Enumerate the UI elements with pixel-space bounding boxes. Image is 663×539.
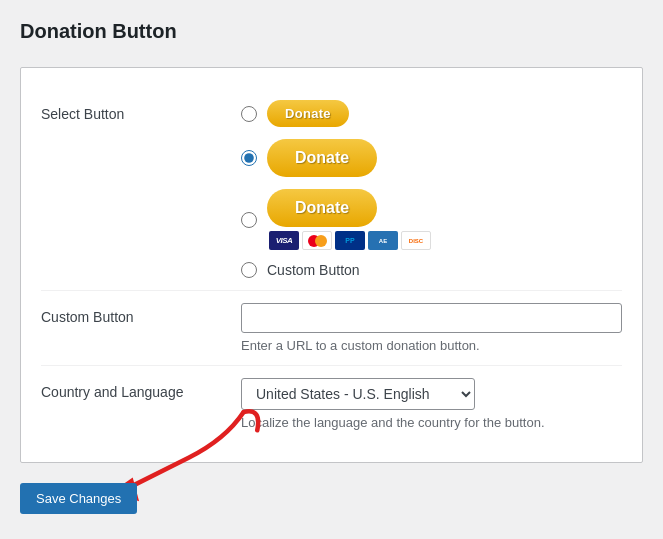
custom-button-input[interactable] — [241, 303, 622, 333]
custom-button-field: Enter a URL to a custom donation button. — [241, 303, 622, 353]
mastercard-icon — [302, 231, 332, 250]
visa-icon: VISA — [269, 231, 299, 250]
radio-1[interactable] — [241, 106, 257, 122]
card-icons: VISA PP AE DISC — [269, 231, 431, 250]
discover-icon: DISC — [401, 231, 431, 250]
country-language-row: Country and Language United States - U.S… — [41, 366, 622, 442]
donate-button-small: Donate — [267, 100, 349, 127]
radio-option-3: Donate VISA PP AE DISC — [241, 189, 622, 250]
radio-option-1: Donate — [241, 100, 622, 127]
donate-button-medium: Donate — [267, 139, 377, 177]
select-button-label: Select Button — [41, 100, 241, 122]
custom-radio-label: Custom Button — [267, 262, 360, 278]
country-language-hint: Localize the language and the country fo… — [241, 415, 622, 430]
amex-icon: AE — [368, 231, 398, 250]
radio-option-2: Donate — [241, 139, 622, 177]
form-container: Select Button Donate Donate Donate — [20, 67, 643, 463]
donate-button-large: Donate — [267, 189, 377, 227]
country-language-label: Country and Language — [41, 378, 241, 400]
save-changes-button[interactable]: Save Changes — [20, 483, 137, 514]
select-button-field: Donate Donate Donate VISA — [241, 100, 622, 278]
custom-button-label: Custom Button — [41, 303, 241, 325]
paypal-icon: PP — [335, 231, 365, 250]
custom-button-row: Custom Button Enter a URL to a custom do… — [41, 291, 622, 366]
radio-custom[interactable] — [241, 262, 257, 278]
radio-option-custom: Custom Button — [241, 262, 622, 278]
country-language-select[interactable]: United States - U.S. EnglishUnited Kingd… — [241, 378, 475, 410]
custom-button-hint: Enter a URL to a custom donation button. — [241, 338, 622, 353]
radio-2[interactable] — [241, 150, 257, 166]
country-language-field: United States - U.S. EnglishUnited Kingd… — [241, 378, 622, 430]
radio-options: Donate Donate Donate VISA — [241, 100, 622, 278]
page-title: Donation Button — [20, 20, 643, 43]
footer-area: Save Changes — [20, 483, 643, 514]
select-button-row: Select Button Donate Donate Donate — [41, 88, 622, 291]
radio-3[interactable] — [241, 212, 257, 228]
donate-btn-3-wrapper: Donate VISA PP AE DISC — [267, 189, 431, 250]
